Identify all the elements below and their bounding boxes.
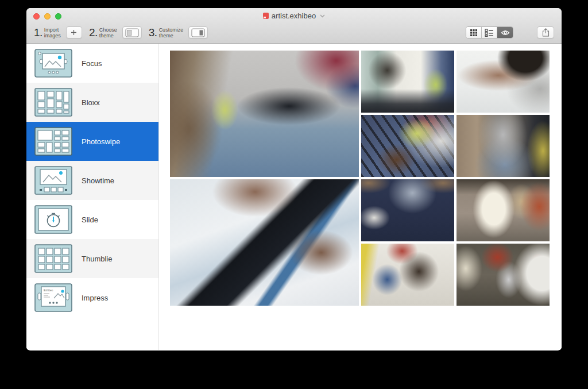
sidebar-item-focus[interactable]: Focus [26,44,158,83]
sidebar-item-impress[interactable]: Exhibeo Impress [26,278,158,317]
theme-label: Slide [82,215,98,224]
impress-theme-icon: Exhibeo [34,283,72,312]
step-label: Customize theme [159,27,184,38]
app-window: artist.exhibeo 1. Import images 2. [26,8,562,351]
gallery-photo-4[interactable] [361,115,454,177]
sidebar-item-showtime[interactable]: Showtime [26,161,158,200]
grid-view-icon [470,29,478,37]
sidebar-item-thumblie[interactable]: Thumblie [26,239,158,278]
title-group: artist.exhibeo [26,8,562,24]
title-chevron-down-icon[interactable] [320,14,325,18]
share-icon [542,28,550,37]
slide-theme-icon [34,205,72,234]
step-label: Import images [44,27,61,38]
window-title: artist.exhibeo [272,11,316,20]
step-label-line1: Import [44,27,59,33]
step-label: Choose theme [99,27,117,38]
thumblie-theme-icon [34,244,72,273]
main-content: Focus Bloxx [26,44,562,350]
step-import-images: 1. Import images [34,26,82,39]
titlebar[interactable]: artist.exhibeo [26,8,562,24]
theme-label: Bloxx [82,98,100,107]
theme-label: Impress [82,294,108,302]
sidebar-item-photoswipe[interactable]: Photoswipe [26,122,158,161]
list-view-button[interactable] [482,27,497,38]
step-label-line1: Choose [99,27,117,33]
theme-label: Focus [82,59,102,68]
plus-icon [71,29,77,36]
right-tools [466,26,554,38]
bloxx-theme-icon [34,88,72,117]
theme-label: Thumblie [82,255,112,263]
step-number: 3. [149,26,157,39]
gallery-photo-9[interactable] [361,244,454,306]
step-label-line2: theme [99,33,114,38]
customize-theme-button[interactable] [188,26,208,38]
showtime-theme-icon [34,166,72,195]
choose-theme-button[interactable] [122,26,142,38]
theme-sidebar: Focus Bloxx [26,44,159,350]
step-number: 2. [89,26,98,39]
gallery-photo-6[interactable] [170,179,359,306]
gallery-photo-7[interactable] [361,179,454,241]
gallery-photo-10[interactable] [457,244,550,306]
sidebar-item-bloxx[interactable]: Bloxx [26,83,158,122]
theme-preview-pane [159,44,562,350]
import-images-button[interactable] [66,26,82,38]
eye-icon [501,29,510,36]
gallery-photo-1[interactable] [170,51,359,177]
view-mode-segmented-control [466,26,513,38]
step-label-line1: Customize [159,27,184,33]
svg-text:Exhibeo: Exhibeo [44,289,53,292]
photo-grid [170,51,550,306]
document-icon [263,13,269,19]
step-label-line2: images [44,33,61,38]
step-number: 1. [34,26,42,39]
preview-view-button[interactable] [497,27,513,38]
sidebar-item-slide[interactable]: Slide [26,200,158,239]
share-button[interactable] [537,26,554,38]
step-label-line2: theme [159,33,173,38]
gallery-photo-2[interactable] [361,51,454,113]
step-customize-theme: 3. Customize theme [149,26,208,39]
theme-label: Photoswipe [82,137,120,146]
gallery-photo-5[interactable] [457,115,550,177]
choose-theme-icon [125,28,139,37]
list-view-icon [485,29,494,37]
focus-theme-icon [34,49,72,78]
grid-view-button[interactable] [466,27,482,38]
gallery-photo-3[interactable] [457,51,550,113]
photoswipe-theme-icon [34,127,72,156]
step-choose-theme: 2. Choose theme [89,26,142,39]
theme-label: Showtime [82,176,114,185]
toolbar: 1. Import images 2. Choose theme [26,24,562,44]
window-header: artist.exhibeo 1. Import images 2. [26,8,562,44]
customize-theme-icon [191,28,205,37]
gallery-photo-8[interactable] [457,179,550,241]
